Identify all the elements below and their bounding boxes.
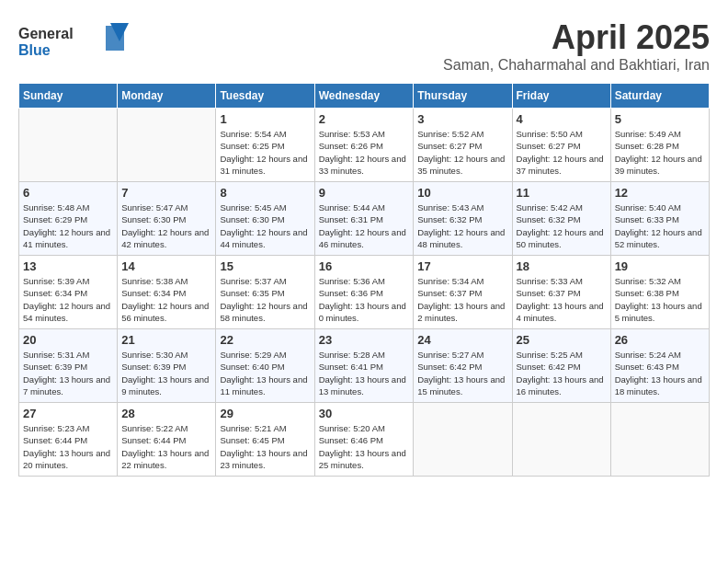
calendar-cell: 3Sunrise: 5:52 AMSunset: 6:27 PMDaylight…: [414, 109, 512, 182]
day-number: 10: [417, 186, 507, 200]
day-number: 23: [319, 333, 410, 347]
weekday-header: Wednesday: [314, 84, 414, 109]
day-detail: Sunrise: 5:45 AMSunset: 6:30 PMDaylight:…: [220, 201, 310, 250]
day-detail: Sunrise: 5:34 AMSunset: 6:37 PMDaylight:…: [417, 275, 507, 324]
calendar-cell: 24Sunrise: 5:27 AMSunset: 6:42 PMDayligh…: [414, 329, 512, 403]
day-detail: Sunrise: 5:44 AMSunset: 6:31 PMDaylight:…: [319, 201, 410, 250]
day-detail: Sunrise: 5:48 AMSunset: 6:29 PMDaylight:…: [23, 201, 113, 250]
month-title: April 2025: [443, 18, 710, 57]
calendar-cell: 30Sunrise: 5:20 AMSunset: 6:46 PMDayligh…: [314, 403, 414, 477]
svg-text:General: General: [18, 26, 74, 41]
calendar-cell: 17Sunrise: 5:34 AMSunset: 6:37 PMDayligh…: [414, 256, 512, 329]
day-detail: Sunrise: 5:36 AMSunset: 6:36 PMDaylight:…: [319, 275, 410, 324]
day-number: 1: [220, 112, 310, 126]
day-number: 3: [417, 112, 507, 126]
day-number: 28: [121, 407, 211, 420]
day-detail: Sunrise: 5:38 AMSunset: 6:34 PMDaylight:…: [121, 275, 211, 324]
calendar-cell: [512, 403, 610, 477]
day-number: 14: [121, 259, 211, 273]
calendar-week-row: 1Sunrise: 5:54 AMSunset: 6:25 PMDaylight…: [19, 109, 710, 182]
day-number: 20: [23, 333, 113, 347]
day-number: 5: [615, 112, 705, 126]
day-number: 18: [517, 259, 607, 273]
calendar-cell: 15Sunrise: 5:37 AMSunset: 6:35 PMDayligh…: [216, 256, 314, 329]
day-number: 16: [319, 259, 410, 273]
day-detail: Sunrise: 5:53 AMSunset: 6:26 PMDaylight:…: [319, 128, 410, 177]
calendar-cell: 13Sunrise: 5:39 AMSunset: 6:34 PMDayligh…: [19, 256, 118, 329]
weekday-header: Saturday: [610, 84, 709, 109]
day-detail: Sunrise: 5:20 AMSunset: 6:46 PMDaylight:…: [319, 422, 410, 471]
day-detail: Sunrise: 5:47 AMSunset: 6:30 PMDaylight:…: [121, 201, 211, 250]
logo-text: General Blue: [18, 18, 129, 68]
calendar-cell: 12Sunrise: 5:40 AMSunset: 6:33 PMDayligh…: [610, 182, 709, 256]
calendar-cell: [19, 109, 118, 182]
calendar-cell: 1Sunrise: 5:54 AMSunset: 6:25 PMDaylight…: [216, 109, 314, 182]
calendar-cell: 6Sunrise: 5:48 AMSunset: 6:29 PMDaylight…: [19, 182, 118, 256]
day-detail: Sunrise: 5:28 AMSunset: 6:41 PMDaylight:…: [319, 349, 410, 397]
day-number: 27: [23, 407, 113, 420]
weekday-header: Thursday: [414, 84, 512, 109]
day-detail: Sunrise: 5:33 AMSunset: 6:37 PMDaylight:…: [517, 275, 607, 324]
day-detail: Sunrise: 5:24 AMSunset: 6:43 PMDaylight:…: [615, 349, 705, 397]
calendar-cell: 23Sunrise: 5:28 AMSunset: 6:41 PMDayligh…: [314, 329, 414, 403]
logo-svg: General Blue: [18, 18, 129, 64]
day-detail: Sunrise: 5:50 AMSunset: 6:27 PMDaylight:…: [517, 128, 607, 177]
calendar-cell: 29Sunrise: 5:21 AMSunset: 6:45 PMDayligh…: [216, 403, 314, 477]
calendar-cell: 27Sunrise: 5:23 AMSunset: 6:44 PMDayligh…: [19, 403, 118, 477]
day-number: 6: [23, 186, 113, 200]
day-number: 2: [319, 112, 410, 126]
calendar-cell: 26Sunrise: 5:24 AMSunset: 6:43 PMDayligh…: [610, 329, 709, 403]
calendar-week-row: 27Sunrise: 5:23 AMSunset: 6:44 PMDayligh…: [19, 403, 710, 477]
day-number: 22: [220, 333, 310, 347]
calendar-cell: 25Sunrise: 5:25 AMSunset: 6:42 PMDayligh…: [512, 329, 610, 403]
day-number: 21: [121, 333, 211, 347]
calendar-cell: 4Sunrise: 5:50 AMSunset: 6:27 PMDaylight…: [512, 109, 610, 182]
day-detail: Sunrise: 5:43 AMSunset: 6:32 PMDaylight:…: [417, 201, 507, 250]
calendar-cell: 10Sunrise: 5:43 AMSunset: 6:32 PMDayligh…: [414, 182, 512, 256]
calendar-cell: 5Sunrise: 5:49 AMSunset: 6:28 PMDaylight…: [610, 109, 709, 182]
day-number: 26: [615, 333, 705, 347]
calendar-cell: [118, 109, 216, 182]
title-block: April 2025 Saman, Chaharmahal and Bakhti…: [443, 18, 710, 74]
calendar-cell: 16Sunrise: 5:36 AMSunset: 6:36 PMDayligh…: [314, 256, 414, 329]
day-number: 15: [220, 259, 310, 273]
weekday-header: Sunday: [19, 84, 118, 109]
calendar-cell: 11Sunrise: 5:42 AMSunset: 6:32 PMDayligh…: [512, 182, 610, 256]
calendar-week-row: 20Sunrise: 5:31 AMSunset: 6:39 PMDayligh…: [19, 329, 710, 403]
svg-text:Blue: Blue: [18, 42, 51, 58]
calendar-cell: 21Sunrise: 5:30 AMSunset: 6:39 PMDayligh…: [118, 329, 216, 403]
day-number: 29: [220, 407, 310, 420]
calendar-week-row: 13Sunrise: 5:39 AMSunset: 6:34 PMDayligh…: [19, 256, 710, 329]
day-detail: Sunrise: 5:23 AMSunset: 6:44 PMDaylight:…: [23, 422, 113, 471]
weekday-header: Tuesday: [216, 84, 314, 109]
calendar-cell: 7Sunrise: 5:47 AMSunset: 6:30 PMDaylight…: [118, 182, 216, 256]
calendar-cell: 8Sunrise: 5:45 AMSunset: 6:30 PMDaylight…: [216, 182, 314, 256]
day-number: 24: [417, 333, 507, 347]
weekday-header: Monday: [118, 84, 216, 109]
day-detail: Sunrise: 5:21 AMSunset: 6:45 PMDaylight:…: [220, 422, 310, 471]
calendar-cell: [414, 403, 512, 477]
calendar-cell: [610, 403, 709, 477]
day-detail: Sunrise: 5:29 AMSunset: 6:40 PMDaylight:…: [220, 349, 310, 397]
day-number: 30: [319, 407, 410, 420]
calendar-cell: 19Sunrise: 5:32 AMSunset: 6:38 PMDayligh…: [610, 256, 709, 329]
day-detail: Sunrise: 5:32 AMSunset: 6:38 PMDaylight:…: [615, 275, 705, 324]
day-detail: Sunrise: 5:37 AMSunset: 6:35 PMDaylight:…: [220, 275, 310, 324]
calendar-cell: 22Sunrise: 5:29 AMSunset: 6:40 PMDayligh…: [216, 329, 314, 403]
weekday-header-row: SundayMondayTuesdayWednesdayThursdayFrid…: [19, 84, 710, 109]
location-title: Saman, Chaharmahal and Bakhtiari, Iran: [443, 57, 710, 74]
day-detail: Sunrise: 5:40 AMSunset: 6:33 PMDaylight:…: [615, 201, 705, 250]
calendar-cell: 2Sunrise: 5:53 AMSunset: 6:26 PMDaylight…: [314, 109, 414, 182]
calendar-week-row: 6Sunrise: 5:48 AMSunset: 6:29 PMDaylight…: [19, 182, 710, 256]
day-number: 8: [220, 186, 310, 200]
day-number: 9: [319, 186, 410, 200]
day-detail: Sunrise: 5:39 AMSunset: 6:34 PMDaylight:…: [23, 275, 113, 324]
calendar-cell: 9Sunrise: 5:44 AMSunset: 6:31 PMDaylight…: [314, 182, 414, 256]
day-detail: Sunrise: 5:22 AMSunset: 6:44 PMDaylight:…: [121, 422, 211, 471]
page-header: General Blue April 2025 Saman, Chaharmah…: [18, 18, 710, 74]
day-detail: Sunrise: 5:25 AMSunset: 6:42 PMDaylight:…: [517, 349, 607, 397]
day-detail: Sunrise: 5:54 AMSunset: 6:25 PMDaylight:…: [220, 128, 310, 177]
day-number: 11: [517, 186, 607, 200]
day-detail: Sunrise: 5:27 AMSunset: 6:42 PMDaylight:…: [417, 349, 507, 397]
day-number: 19: [615, 259, 705, 273]
